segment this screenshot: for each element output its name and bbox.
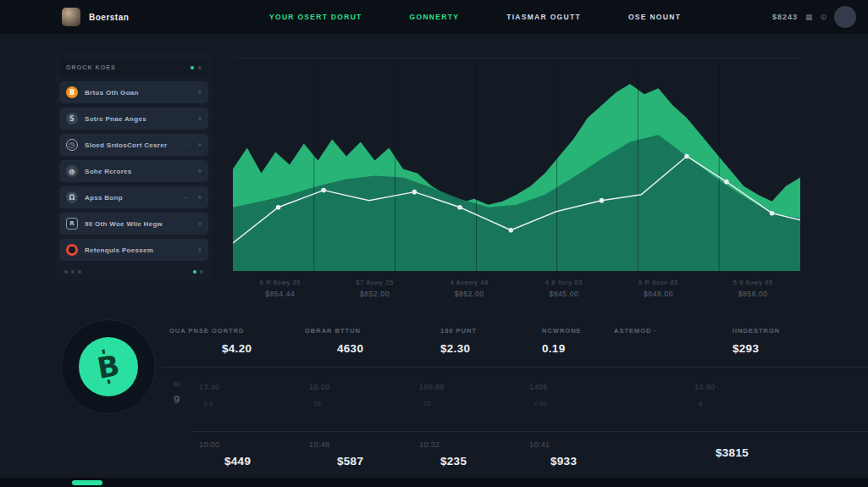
stat-label: 180 PUNT (440, 327, 542, 335)
sidebar-item-retenquis-poessem[interactable]: Retenquis Poessem (59, 239, 208, 261)
stats-divider-2 (191, 431, 868, 432)
row2-left-bottom: 9 (174, 393, 180, 406)
nav-item-tiasmar-ogutt[interactable]: TIASMAR OGUTT (506, 13, 581, 21)
stat-label: NCWRONE (542, 327, 614, 335)
time-value: $235 (419, 455, 529, 468)
sidebar-title: OROCK KOES (66, 64, 186, 70)
status-dot-gray (198, 66, 202, 69)
stat-cell: 10:48 $587 (309, 440, 419, 468)
sidebar-header: OROCK KOES (59, 58, 208, 76)
target-icon (66, 244, 78, 256)
sidebar-item-label: Sotre Pnae Anges (85, 115, 191, 123)
app-screen: Boerstan YOUR OSERT DORUT GONNERTY TIASM… (0, 0, 868, 487)
stat-value: 0.19 (542, 342, 614, 355)
sidebar-item-label: Apss Bonp (85, 194, 177, 202)
stats-row-secondary: 13.40 3.4 16.00 28 169.88 28 1406 7.40 1… (199, 383, 830, 407)
stat-cell: 1406 7.40 (529, 383, 694, 407)
stat-cell: 10:41 $933 (529, 440, 716, 468)
stat-cell: 16.00 28 (309, 383, 419, 407)
sidebar-item-label: Sloed SrdosCort Cesrer (85, 141, 176, 149)
stat-cell: 180 PUNT $2.30 (440, 327, 542, 355)
time-value: $933 (529, 455, 716, 468)
stat-cell: $3815 (716, 440, 851, 468)
stat-label: IINDESTRON (733, 327, 868, 335)
headset-icon: Ω (66, 191, 78, 203)
nav-item-osert-dorut[interactable]: YOUR OSERT DORUT (269, 13, 362, 21)
sidebar-item-sloed-srdoscort[interactable]: ◷ Sloed SrdosCort Cesrer ··· (59, 134, 208, 156)
stat-value: 4630 (305, 342, 440, 355)
x-tick: $7 8owy 25 $852.00 (328, 279, 423, 298)
price-chart-svg[interactable] (233, 58, 800, 271)
gear-icon[interactable]: ⊙ (820, 13, 827, 21)
sidebar-footer (59, 265, 208, 276)
user-avatar[interactable] (834, 6, 856, 28)
x-tick: 6 R 8owy 35 $854.44 (233, 279, 328, 298)
footer-dots-left[interactable] (64, 270, 81, 274)
time-label: 10:41 (529, 440, 716, 449)
topbar: Boerstan YOUR OSERT DORUT GONNERTY TIASM… (0, 0, 868, 34)
brand-name: Boerstan (89, 13, 129, 22)
clock-icon: ◷ (66, 139, 78, 151)
bitcoin-symbol: B (95, 351, 121, 383)
time-label: 10:00 (199, 440, 309, 449)
status-dot-green (191, 66, 194, 69)
stats-divider-1 (161, 367, 868, 368)
stat-value: $4.20 (169, 342, 305, 355)
section-divider (0, 307, 868, 307)
sidebar-item-apss-bonp[interactable]: Ω Apss Bonp ~· (59, 186, 208, 208)
coin-icon: S (66, 113, 78, 125)
sidebar-item-label: Retenquis Poessem (85, 246, 191, 254)
scroll-handle[interactable] (72, 480, 102, 485)
item-dot (198, 143, 202, 147)
chart-areas (233, 84, 800, 271)
time-value: $587 (309, 455, 419, 468)
stat-value: $293 (733, 342, 868, 355)
sidebar-item-90-oth-woe[interactable]: R 90 Oth Woe Wlie Hegw (59, 213, 208, 235)
stat-cell: ASTEMOD · (614, 327, 733, 355)
stat-label: OBRAR BTTUN (305, 327, 440, 335)
item-dot (198, 91, 202, 94)
grid-icon[interactable]: ▦ (805, 13, 813, 21)
x-tick: 5 8 8owy 85 $858.00 (705, 279, 800, 298)
time-label: 10:48 (309, 440, 419, 449)
time-value: $3815 (716, 446, 851, 459)
brand-logo-icon (62, 8, 80, 26)
item-dot (198, 117, 202, 120)
footer-dots-right[interactable] (193, 270, 203, 274)
stat-cell: NCWRONE 0.19 (542, 327, 614, 355)
main-nav: YOUR OSERT DORUT GONNERTY TIASMAR OGUTT … (269, 0, 681, 34)
brand[interactable]: Boerstan (62, 8, 129, 26)
sidebar-item-brtos-oth-goan[interactable]: B Brtos Oth Goan (59, 81, 208, 103)
coin-badge: B (61, 319, 156, 414)
item-dot (198, 196, 202, 199)
sidebar: OROCK KOES B Brtos Oth Goan S Sotre Pnae… (55, 54, 213, 280)
sidebar-item-sotre-pnae-anges[interactable]: S Sotre Pnae Anges (59, 108, 208, 130)
stat-cell: 169.88 28 (419, 383, 529, 407)
stat-value: $2.30 (440, 342, 542, 355)
row2-left-summary: $0 9 (174, 381, 180, 406)
stat-cell: 10.80 8 (694, 383, 830, 407)
item-dot (198, 222, 202, 225)
stats-row-primary: OUA PNSE OORTRD $4.20 OBRAR BTTUN 4630 1… (169, 327, 868, 355)
time-value: $449 (199, 455, 309, 468)
item-extra: ··· (183, 141, 190, 149)
nav-item-gonnerty[interactable]: GONNERTY (410, 13, 460, 21)
stat-cell: 13.40 3.4 (199, 383, 309, 407)
sidebar-item-sohe-rcrores[interactable]: ⊕ Sohe Rcrores (59, 160, 208, 182)
bottom-bar (0, 478, 868, 487)
row2-left-top: $0 (174, 381, 180, 387)
stat-cell: 10:00 $449 (199, 440, 309, 468)
sidebar-item-label: Brtos Oth Goan (85, 89, 191, 97)
stat-label: ASTEMOD · (614, 327, 733, 335)
stats-row-times: 10:00 $449 10:48 $587 10:32 $235 10:41 $… (199, 440, 851, 468)
nav-item-ose-nount[interactable]: OSE NOUNT (628, 13, 681, 21)
price-chart-panel: 6 R 8owy 35 $854.44 $7 8owy 25 $852.00 4… (233, 58, 800, 298)
bitcoin-coin-icon: B (79, 337, 138, 396)
balance-amount: $8243 (772, 13, 798, 21)
topbar-right: $8243 ▦ ⊙ (772, 0, 856, 34)
chart-x-axis: 6 R 8owy 35 $854.44 $7 8owy 25 $852.00 4… (233, 279, 800, 298)
x-tick: 4 8 9ory 85 $845.00 (517, 279, 611, 298)
stat-cell: 10:32 $235 (419, 440, 529, 468)
stat-cell: OUA PNSE OORTRD $4.20 (169, 327, 305, 355)
bitcoin-icon: B (66, 86, 78, 98)
